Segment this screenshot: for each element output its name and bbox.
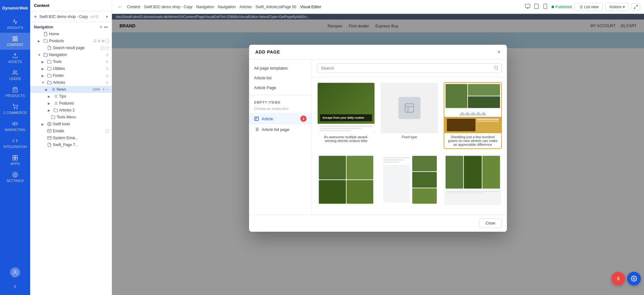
tree-system-email-label: System Emai... [53,136,109,140]
nav-integration[interactable]: INTEGRATION [0,135,30,152]
breadcrumb-article-list[interactable]: Swift_ArticleListPage 50 [256,5,296,9]
list-icon [51,87,55,92]
list-view-button[interactable]: List view [575,3,603,11]
modal-sidebar-article-list-page[interactable]: Article list page [249,124,312,134]
more-options-button[interactable]: ••• [104,25,108,29]
breadcrumb-site[interactable]: Swift B2C demo shop - Copy [144,5,192,9]
site-locale: fo-FO [90,15,98,19]
template-thumb-bike2 [318,155,375,205]
search-icons: ◯ ◯ [101,46,109,50]
breadcrumb-nav1[interactable]: Navigation [196,5,214,9]
tree-tips-label: Tips [59,94,109,99]
tree-item-news[interactable]: ▶ News 1999 + ··· [30,86,112,93]
tree-item-emails[interactable]: Emails ◯ [30,128,112,134]
tree-item-search-result[interactable]: Search result page ◯ ◯ [30,44,112,51]
expand-button[interactable] [631,3,640,11]
nav-marketing[interactable]: MARKETING [0,118,30,135]
tree-item-home[interactable]: Home [30,31,112,37]
nav-users[interactable]: USERS [0,67,30,84]
chevron-down-icon: ▾ [623,5,625,9]
tree-item-utilities[interactable]: ▶ Utilities ·1· [30,65,112,72]
email-icon [47,136,52,140]
tree-item-navigation[interactable]: ▼ Navigation ·1· [30,51,112,58]
folder-icon [47,60,52,64]
svg-point-73 [494,66,498,69]
back-button[interactable]: ← [116,3,125,11]
tree-footer-label: Footer [53,73,104,78]
breadcrumb-content[interactable]: Content [127,5,140,9]
tree-item-swift-tools[interactable]: ▶ Swift tools [30,121,112,128]
tree-item-footer[interactable]: ▶ Footer ·1· [30,72,112,79]
template-thumb-article-right: 🚲🚲🚲🚲🚲 [444,83,501,133]
nav-assets[interactable]: ASSETS [0,50,30,67]
tree-item-swift-page7[interactable]: Swift_Page 7... [30,141,112,148]
tree-item-features[interactable]: ▶ Features [30,100,112,107]
nav-apps[interactable]: APPS [0,152,30,169]
svg-point-76 [633,278,635,280]
nav-commerce[interactable]: 2 COMMERCE [0,101,30,118]
template-search-input[interactable] [317,63,502,73]
chevron-down-icon: ▼ [38,53,42,57]
chevron-right-icon: ▶ [42,122,46,126]
tree-item-articles2[interactable]: ▶ Articles 2 [30,107,112,114]
page-icon [43,32,48,36]
sidebar-tree: Home ▶ Products ☰ ⚙ ⊞ ◯ Search result pa… [30,31,112,295]
desktop-view-button[interactable] [524,3,531,11]
modal-sidebar-article-list[interactable]: Article list [249,73,312,83]
svg-line-63 [634,7,636,9]
tree-emails-label: Emails [53,129,104,133]
add-child-button[interactable]: + [103,87,105,92]
nav-user-avatar[interactable] [9,265,21,280]
svg-marker-9 [13,122,15,125]
floating-settings-button[interactable] [627,272,641,286]
modal-sidebar-all-templates[interactable]: All page templates [249,63,312,73]
nav-settings[interactable]: SETTINGS [0,169,30,186]
nav-collapse[interactable] [9,281,21,292]
actions-button[interactable]: Actions ▾ [605,3,629,11]
sidebar-header: Content [30,0,112,11]
tablet-view-button[interactable] [533,3,540,11]
tree-item-articles[interactable]: ▼ Articles ·1· [30,79,112,86]
site-selector[interactable]: + Swift B2C demo shop - Copy fo-FO ▾ [30,11,112,22]
tree-item-tips[interactable]: ▶ Tips [30,93,112,100]
tree-swift-tools-label: Swift tools [53,122,109,126]
breadcrumb-articles[interactable]: Articles [240,5,252,9]
nav-users-label: USERS [9,77,21,81]
modal-sidebar-article-page[interactable]: Article Page [249,83,312,93]
separator6: › [297,5,299,9]
add-page-button[interactable]: + [100,25,102,29]
preview-area: BRAND Recipes Find dealer Express Buy MY… [112,20,644,295]
nav-content[interactable]: CONTENT [0,33,30,50]
breadcrumb-nav2[interactable]: Navigation [218,5,236,9]
nav-products[interactable]: PRODUCTS [0,84,30,101]
svg-rect-2 [13,39,14,41]
tree-item-tools-menu[interactable]: Tools Menu [30,114,112,121]
modal-close-button[interactable]: × [497,49,501,55]
svg-rect-3 [16,39,17,41]
template-card-article-right[interactable]: 🚲🚲🚲🚲🚲 [444,82,502,149]
chevron-down-icon: ▾ [106,14,108,19]
svg-rect-10 [13,155,15,157]
mobile-view-button[interactable] [541,3,549,11]
modal-sidebar-article[interactable]: Article 2 [249,113,312,124]
user-icon [12,269,18,275]
chevron-right-icon: ▶ [42,67,46,71]
sidebar-section-actions[interactable]: + ••• [100,25,108,29]
modal-close-btn[interactable]: Close [479,218,502,228]
nav-insights[interactable]: INSIGHTS [0,16,30,33]
template-card-bike[interactable]: Escape from your daily routine [317,82,375,149]
tree-item-tools[interactable]: ▶ Tools ·1· [30,58,112,65]
tree-item-products[interactable]: ▶ Products ☰ ⚙ ⊞ ◯ [30,37,112,44]
modal-article-label: Article [262,116,273,121]
chevron-right-icon: ▶ [42,74,46,77]
template-card-food[interactable]: Food type [380,82,438,149]
floating-chat-button[interactable]: 3 [611,272,625,286]
template-card-side-photos[interactable] [380,154,438,209]
template-card-grid2[interactable] [444,154,502,209]
nav-marketing-label: MARKETING [5,128,25,132]
template-card-bike2[interactable] [317,154,375,209]
nav-commerce-label: 2 COMMERCE [3,111,27,115]
more-button[interactable]: ··· [106,87,109,92]
tree-item-system-email[interactable]: System Emai... [30,134,112,141]
separator5: › [253,5,254,9]
